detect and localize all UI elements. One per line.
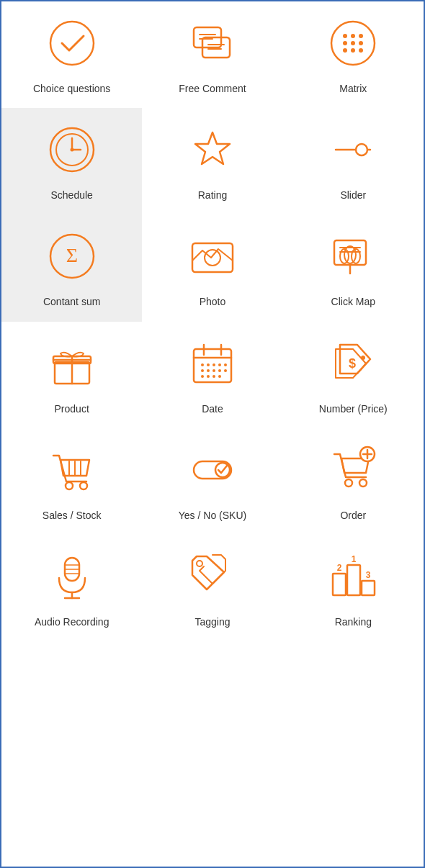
cell-rating[interactable]: Rating [142,108,282,214]
svg-point-8 [343,34,347,38]
icon-click-map [324,227,382,285]
cell-schedule[interactable]: Schedule [1,108,142,214]
label-sales-stock: Sales / Stock [42,509,102,522]
label-audio-recording: Audio Recording [35,615,109,628]
icon-date [184,335,241,392]
svg-point-53 [224,369,227,372]
svg-point-50 [207,369,210,372]
label-photo: Photo [200,295,226,308]
label-contant-sum: Contant sum [43,295,100,308]
icon-number-price: $ [324,335,382,392]
cell-number-price[interactable]: $ Number (Price) [283,322,424,428]
label-order: Order [340,509,366,522]
svg-point-48 [224,363,227,366]
cell-yes-no-sku[interactable]: Yes / No (SKU) [142,428,282,535]
label-choice-questions: Choice questions [33,82,110,95]
icon-matrix [324,14,382,72]
icon-yes-no-sku [184,441,241,499]
svg-point-10 [359,34,363,38]
svg-point-0 [50,22,94,65]
label-yes-no-sku: Yes / No (SKU) [179,509,246,522]
svg-point-64 [80,482,87,489]
cell-product[interactable]: Product [1,322,142,428]
svg-text:3: 3 [366,570,371,580]
label-slider: Slider [340,189,366,202]
svg-text:2: 2 [337,563,342,573]
label-number-price: Number (Price) [319,402,388,415]
icon-slider [324,121,382,178]
cell-sales-stock[interactable]: Sales / Stock [1,428,142,535]
svg-point-59 [361,356,365,360]
svg-point-16 [359,48,363,53]
svg-text:Σ: Σ [66,244,78,266]
cell-ranking[interactable]: 2 1 3 Ranking [283,535,424,641]
svg-point-24 [356,144,367,155]
cell-matrix[interactable]: Matrix [283,1,424,108]
svg-rect-81 [347,565,360,595]
svg-point-12 [351,41,355,45]
svg-point-51 [212,369,215,372]
cell-free-comment[interactable]: Free Comment [142,1,282,108]
svg-point-55 [207,375,210,378]
svg-point-46 [212,363,215,366]
label-product: Product [55,402,89,415]
cell-audio-recording[interactable]: Audio Recording [1,535,142,641]
svg-point-54 [201,375,204,378]
svg-rect-27 [192,243,233,272]
svg-point-63 [66,482,73,489]
label-free-comment: Free Comment [179,82,246,95]
icon-schedule [43,121,101,178]
icon-tagging [184,548,241,605]
cell-choice-questions[interactable]: Choice questions [1,1,142,108]
svg-point-31 [344,246,356,263]
icon-rating [184,121,241,178]
label-tagging: Tagging [194,615,230,628]
svg-point-78 [197,561,202,566]
icon-product [43,335,101,392]
svg-point-56 [212,375,215,378]
icon-sales-stock [43,441,101,499]
cell-date[interactable]: Date [142,322,282,428]
svg-point-44 [201,363,204,366]
cell-tagging[interactable]: Tagging [142,535,282,641]
svg-point-49 [201,369,204,372]
icon-contant-sum: Σ [43,227,101,285]
icon-order [324,441,382,499]
svg-rect-79 [333,574,346,595]
icon-ranking: 2 1 3 [324,548,382,605]
svg-point-28 [205,250,220,266]
svg-point-45 [207,363,210,366]
label-date: Date [202,402,223,415]
label-schedule: Schedule [50,189,92,202]
label-rating: Rating [198,189,227,202]
cell-order[interactable]: Order [283,428,424,535]
svg-marker-22 [195,132,230,164]
svg-point-68 [359,479,367,487]
svg-point-9 [351,34,355,38]
icon-free-comment [184,14,241,72]
icon-photo [184,227,241,285]
cell-slider[interactable]: Slider [283,108,424,214]
icon-audio-recording [43,548,101,605]
svg-point-15 [351,48,355,53]
icon-choice-questions [43,14,101,72]
svg-text:1: 1 [352,554,357,564]
svg-point-67 [345,479,352,487]
svg-text:$: $ [349,356,356,371]
svg-point-47 [218,363,221,366]
icon-grid: Choice questions Free Comment [1,1,424,641]
cell-click-map[interactable]: Click Map [283,214,424,321]
cell-contant-sum[interactable]: Σ Contant sum [1,214,142,321]
label-ranking: Ranking [335,615,372,628]
svg-point-11 [343,41,347,45]
label-click-map: Click Map [331,295,375,308]
svg-point-13 [359,41,363,45]
svg-rect-83 [362,581,375,595]
cell-photo[interactable]: Photo [142,214,282,321]
svg-point-57 [218,375,221,378]
svg-point-52 [218,369,221,372]
svg-point-14 [343,48,347,53]
svg-point-21 [70,148,73,152]
label-matrix: Matrix [339,82,367,95]
